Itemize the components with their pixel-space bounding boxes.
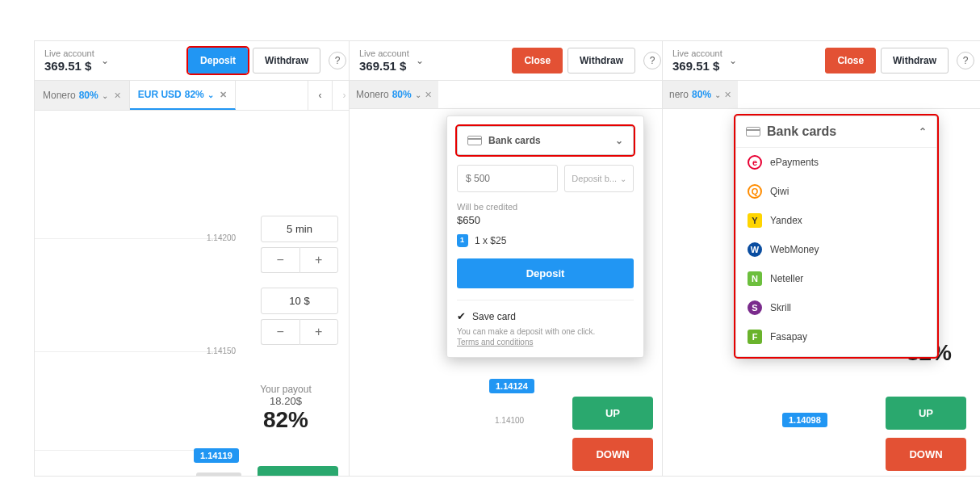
deposit-bonus-dropdown[interactable]: Deposit b... ⌄	[564, 165, 634, 192]
trade-buttons: UP DOWN	[886, 397, 966, 477]
webmoney-icon: W	[748, 242, 762, 257]
credited-label: Will be credited	[457, 202, 634, 212]
account-label: Live account	[44, 48, 94, 59]
chart-area: 1.14200 1.14150 5 min − + 10 $ − + Your …	[35, 111, 356, 477]
withdraw-button[interactable]: Withdraw	[881, 48, 949, 74]
help-icon[interactable]: ?	[329, 52, 346, 69]
chevron-down-icon: ⌄	[615, 135, 623, 146]
account-block[interactable]: Live account 369.51 $	[359, 48, 409, 73]
bonus-info: 1 x $25	[475, 235, 506, 246]
deposit-submit-button[interactable]: Deposit	[457, 258, 634, 288]
shield-icon	[457, 234, 468, 247]
payment-method-label: Bank cards	[767, 124, 836, 139]
withdraw-button[interactable]: Withdraw	[567, 48, 635, 74]
tab-monero[interactable]: nero 80% ⌄ ✕	[663, 81, 738, 108]
close-button[interactable]: Close	[512, 48, 563, 74]
close-icon[interactable]: ✕	[724, 90, 731, 100]
fasapay-icon: F	[748, 330, 762, 344]
deposit-button[interactable]: Deposit	[188, 48, 248, 74]
chevron-up-icon: ⌃	[919, 126, 927, 137]
axis-label: 1.14100	[495, 416, 524, 425]
method-item-qiwi[interactable]: Q Qiwi	[736, 177, 936, 206]
payout-label: Your payout	[233, 384, 338, 395]
close-icon[interactable]: ✕	[114, 90, 121, 101]
tab-pct: 80%	[392, 89, 412, 100]
amount-plus-button[interactable]: +	[299, 319, 339, 345]
payment-method-dropdown[interactable]: Bank cards ⌃	[736, 116, 936, 148]
terms-link[interactable]: Terms and conditions	[457, 338, 534, 346]
amount-minus-button[interactable]: −	[261, 319, 299, 345]
help-icon[interactable]: ?	[957, 52, 974, 69]
amount-value[interactable]: 10 $	[261, 288, 338, 314]
method-item-webmoney[interactable]: W WebMoney	[736, 235, 936, 264]
tab-prev-button[interactable]: ‹	[308, 81, 332, 110]
method-item-yandex[interactable]: Y Yandex	[736, 206, 936, 235]
save-card-row[interactable]: ✔ Save card	[457, 300, 634, 322]
account-block[interactable]: Live account 369.51 $	[672, 48, 722, 73]
method-label: Neteller	[770, 273, 803, 284]
tab-strip: nero 80% ⌄ ✕	[663, 81, 980, 109]
chevron-down-icon[interactable]: ⌄	[101, 55, 109, 66]
account-balance: 369.51 $	[359, 59, 409, 73]
axis-label: 1.14150	[207, 346, 236, 355]
payout-amount: 18.20$	[233, 395, 338, 407]
up-button[interactable]: UP	[572, 397, 653, 430]
price-chip-current: 1.14124	[489, 379, 534, 393]
chevron-down-icon: ⌄	[207, 90, 214, 99]
account-label: Live account	[359, 48, 409, 59]
chevron-down-icon[interactable]: ⌄	[729, 55, 737, 66]
close-icon[interactable]: ✕	[425, 90, 432, 100]
down-button[interactable]: DOWN	[572, 438, 653, 471]
trade-buttons: UP DOWN	[572, 397, 653, 477]
account-label: Live account	[672, 48, 722, 59]
up-button[interactable]: UP	[258, 466, 338, 477]
duration-value[interactable]: 5 min	[261, 216, 338, 242]
tab-eurusd[interactable]: EUR USD 82% ⌄ ✕	[130, 81, 236, 110]
tab-monero[interactable]: Monero 80% ⌄ ✕	[350, 81, 438, 108]
tab-strip: Monero 80% ⌄ ✕	[350, 81, 671, 109]
payout-percent: 82%	[233, 407, 338, 433]
duration-plus-button[interactable]: +	[299, 247, 339, 273]
save-card-label: Save card	[472, 311, 516, 322]
method-label: Qiwi	[770, 186, 789, 197]
price-chip-current: 1.14119	[194, 448, 239, 463]
method-item-epayments[interactable]: e ePayments	[736, 148, 936, 177]
deposit-amount-input[interactable]: $ 500	[457, 165, 558, 192]
payment-method-label: Bank cards	[488, 135, 541, 146]
method-item-neteller[interactable]: N Neteller	[736, 264, 936, 293]
payment-method-dropdown[interactable]: Bank cards ⌄	[457, 126, 634, 155]
duration-minus-button[interactable]: −	[261, 247, 299, 273]
fineprint: You can make a deposit with one click. T…	[457, 326, 634, 347]
tab-monero[interactable]: Monero 80% ⌄ ✕	[35, 81, 130, 110]
method-label: Fasapay	[770, 331, 807, 342]
card-icon	[746, 127, 760, 136]
check-icon: ✔	[457, 310, 466, 322]
account-block[interactable]: Live account 369.51 $	[44, 48, 94, 73]
bonus-info-row: 1 x $25	[457, 234, 634, 247]
method-item-skrill[interactable]: S Skrill	[736, 293, 936, 322]
price-chip-prev: 1.14105	[196, 472, 241, 477]
down-button[interactable]: DOWN	[886, 438, 966, 471]
withdraw-button[interactable]: Withdraw	[253, 48, 320, 74]
tab-label: Monero	[43, 90, 76, 101]
up-button[interactable]: UP	[886, 397, 966, 430]
method-label: ePayments	[770, 157, 819, 168]
chevron-down-icon: ⌄	[102, 91, 108, 100]
credited-value: $650	[457, 214, 634, 226]
method-label: WebMoney	[770, 244, 819, 255]
axis-label: 1.14200	[207, 233, 236, 242]
epayments-icon: e	[748, 155, 762, 170]
chevron-down-icon[interactable]: ⌄	[416, 55, 424, 66]
deposit-popup: Bank cards ⌄ $ 500 Deposit b... ⌄ Will b…	[446, 116, 644, 358]
tab-strip: Monero 80% ⌄ ✕ EUR USD 82% ⌄ ✕ ‹ ›	[35, 81, 356, 111]
trading-panel-2: Live account 369.51 $ ⌄ Close Withdraw ?…	[349, 40, 672, 477]
neteller-icon: N	[748, 271, 762, 286]
help-icon[interactable]: ?	[643, 52, 661, 69]
chevron-down-icon: ⌄	[714, 90, 721, 99]
close-button[interactable]: Close	[825, 48, 876, 74]
method-item-fasapay[interactable]: F Fasapay	[736, 322, 936, 351]
tab-label: EUR USD	[138, 89, 182, 100]
close-icon[interactable]: ✕	[220, 90, 227, 100]
account-balance: 369.51 $	[672, 59, 722, 73]
tab-pct: 82%	[185, 89, 204, 100]
